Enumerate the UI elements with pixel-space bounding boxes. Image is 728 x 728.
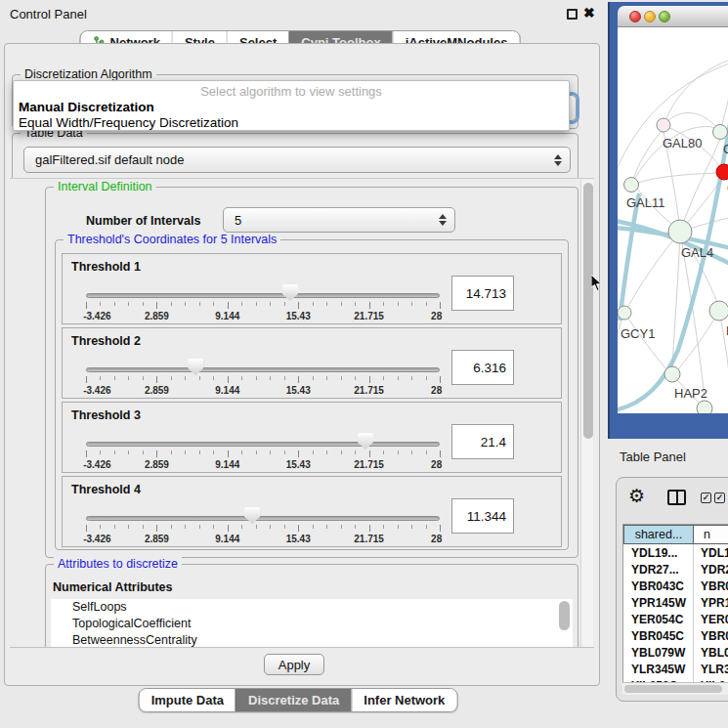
popup-item-manual-discretization[interactable]: Manual Discretization	[19, 100, 154, 114]
table-cell[interactable]: YBR0	[694, 578, 728, 594]
table-row[interactable]: YLR345WYLR3	[623, 661, 728, 677]
settings-scrollbar-track[interactable]	[580, 180, 593, 647]
table-cell[interactable]: YBR0	[694, 627, 728, 644]
table-cell[interactable]: YBL0	[694, 644, 728, 661]
network-node-selected[interactable]	[716, 164, 728, 180]
network-node[interactable]	[668, 220, 692, 243]
control-panel-title: Control Panel	[10, 7, 87, 21]
apply-button[interactable]: Apply	[264, 654, 324, 675]
close-icon[interactable]: ✖	[583, 5, 595, 21]
numerical-attributes-list[interactable]: SelfLoopsTopologicalCoefficientBetweenne…	[51, 599, 573, 648]
threshold-4-slider-track[interactable]	[86, 516, 440, 521]
table-cell[interactable]: YER0	[694, 611, 728, 627]
network-node[interactable]	[713, 125, 728, 140]
column-header-name[interactable]: n	[694, 525, 728, 544]
list-scrollbar[interactable]	[559, 601, 570, 630]
table-data-combobox[interactable]: galFiltered.sif default node	[23, 147, 571, 173]
thresholds-group-title: Threshold's Coordinates for 5 Intervals	[64, 233, 280, 246]
control-panel-titlebar: Control Panel ✖	[0, 0, 606, 27]
number-of-intervals-combobox[interactable]: 5	[223, 207, 455, 233]
node-label: GCY1	[621, 326, 655, 341]
table-row[interactable]: YBR043CYBR0	[623, 578, 728, 594]
threshold-3-label: Threshold 3	[71, 408, 141, 422]
threshold-2-panel: Threshold 2 -3.4262.8599.14415.4321.7152…	[62, 327, 562, 399]
table-cell[interactable]: YDR2	[694, 561, 728, 578]
table-row[interactable]: YBR045CYBR0	[623, 627, 728, 644]
table-cell[interactable]: YPR145W	[623, 594, 694, 611]
gear-icon[interactable]: ⚙	[628, 485, 645, 506]
threshold-4-slider-thumb[interactable]	[244, 507, 260, 524]
zoom-traffic-light[interactable]	[659, 11, 670, 22]
network-node[interactable]	[697, 401, 712, 413]
threshold-2-slider-track[interactable]	[86, 367, 440, 372]
table-hscrollbar-thumb[interactable]	[624, 685, 722, 693]
tab-infer-network[interactable]: Infer Network	[351, 689, 456, 711]
network-node[interactable]	[664, 366, 680, 382]
threshold-4-value-field[interactable]: 11.344	[451, 498, 514, 534]
network-node[interactable]	[657, 118, 670, 132]
table-body: YDL19...YDL1YDR27...YDR2YBR043CYBR0YPR14…	[623, 544, 728, 682]
slider-tick-label: 21.715	[354, 311, 384, 321]
table-cell[interactable]: YDR27...	[623, 561, 694, 578]
threshold-2-slider-thumb[interactable]	[188, 359, 203, 375]
threshold-1-label: Threshold 1	[71, 260, 141, 274]
mouse-cursor	[591, 275, 603, 292]
table-row[interactable]: YDR27...YDR2	[623, 561, 728, 578]
threshold-3-slider-thumb[interactable]	[358, 433, 373, 450]
slider-tick-label: 15.43	[286, 311, 311, 321]
table-hscrollbar[interactable]	[622, 682, 728, 695]
tab-impute-data[interactable]: Impute Data	[140, 689, 236, 711]
threshold-3-value-field[interactable]: 21.4	[451, 424, 514, 459]
table-cell[interactable]: YPR1	[694, 594, 728, 611]
network-window-titlebar[interactable]	[618, 6, 728, 27]
table-cell[interactable]: YDL1	[694, 544, 728, 561]
table-cell[interactable]: YDL19...	[623, 544, 694, 561]
threshold-3-slider-track[interactable]	[86, 442, 440, 447]
split-view-icon[interactable]	[667, 490, 686, 505]
network-node[interactable]	[618, 306, 631, 320]
table-cell[interactable]: YBL079W	[623, 644, 694, 661]
table-row[interactable]: YDL19...YDL1	[623, 544, 728, 561]
numerical-attributes-label: Numerical Attributes	[53, 580, 172, 594]
popup-item-equal-width-frequency[interactable]: Equal Width/Frequency Discretization	[19, 115, 238, 130]
table-panel-title: Table Panel	[620, 450, 686, 464]
float-window-icon[interactable]	[567, 9, 578, 20]
table-cell[interactable]: YBR043C	[623, 578, 694, 594]
table-row[interactable]: YER054CYER0	[623, 611, 728, 627]
attribute-list-item[interactable]: SelfLoops	[51, 599, 573, 616]
table-row[interactable]: YBL079WYBL0	[623, 644, 728, 661]
network-node[interactable]	[624, 178, 639, 193]
slider-tick-label: 2.859	[145, 311, 169, 321]
slider-tick-label: -3.426	[83, 459, 110, 470]
slider-tick-label: 9.144	[215, 385, 239, 396]
slider-tick-label: 21.715	[354, 459, 384, 470]
minimize-traffic-light[interactable]	[644, 11, 656, 22]
table-cell[interactable]: YLR3	[694, 661, 728, 677]
tab-discretize-data[interactable]: Discretize Data	[236, 689, 351, 711]
threshold-1-slider-thumb[interactable]	[282, 284, 298, 301]
slider-scale: -3.4262.8599.14415.4321.71528	[86, 534, 440, 544]
slider-tick-label: 9.144	[215, 311, 239, 321]
node-label-truncated: G	[723, 142, 728, 156]
slider-tick-label: -3.426	[83, 311, 110, 321]
attribute-list-item[interactable]: TopologicalCoefficient	[51, 616, 573, 632]
attribute-list-item[interactable]: BetweennessCentrality	[51, 632, 573, 648]
close-traffic-light[interactable]	[629, 11, 641, 22]
column-header-shared-name[interactable]: shared...	[623, 525, 694, 544]
checkbox-icon[interactable]: ✓	[701, 492, 711, 503]
table-row[interactable]: YPR145WYPR1	[623, 594, 728, 611]
table-cell[interactable]: YER054C	[623, 611, 694, 627]
checkbox-icon[interactable]: ✓	[714, 492, 725, 503]
slider-ticks	[86, 376, 440, 384]
threshold-1-value-field[interactable]: 14.713	[451, 276, 514, 311]
threshold-2-value-field[interactable]: 6.316	[451, 350, 514, 385]
settings-scrollbar-thumb[interactable]	[583, 183, 593, 439]
threshold-1-slider-track[interactable]	[86, 293, 440, 298]
network-node[interactable]	[709, 301, 728, 321]
table-cell[interactable]: YLR345W	[623, 661, 694, 677]
table-cell[interactable]: YBR045C	[623, 627, 694, 644]
network-canvas[interactable]: GAL80 G C GAL11 GAL4 GCY1 H HAP2	[618, 27, 728, 413]
threshold-4-label: Threshold 4	[71, 483, 141, 496]
number-of-intervals-label: Number of Intervals	[86, 214, 200, 228]
slider-tick-label: 21.715	[354, 385, 384, 396]
